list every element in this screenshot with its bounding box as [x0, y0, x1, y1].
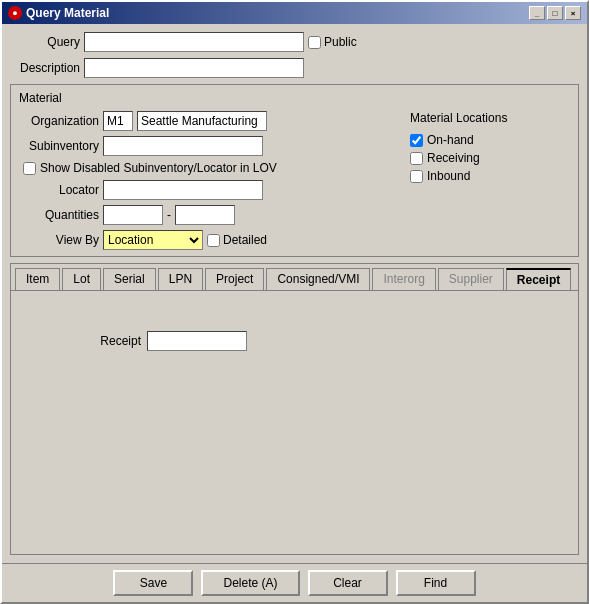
save-button[interactable]: Save: [113, 570, 193, 596]
material-left: Organization Subinventory Show Disabled …: [19, 111, 400, 250]
close-button[interactable]: ×: [565, 6, 581, 20]
detailed-label: Detailed: [223, 233, 267, 247]
receipt-row: Receipt: [91, 331, 247, 351]
quantities-row: Quantities -: [19, 205, 400, 225]
maximize-button[interactable]: □: [547, 6, 563, 20]
material-legend: Material: [19, 91, 570, 105]
locator-row: Locator: [19, 180, 400, 200]
onhand-label: On-hand: [427, 133, 474, 147]
tab-lot[interactable]: Lot: [62, 268, 101, 290]
query-label: Query: [10, 35, 80, 49]
tabs-row: Item Lot Serial LPN Project Consigned/VM…: [11, 264, 578, 290]
main-window: ● Query Material _ □ × Query Public Desc…: [0, 0, 589, 604]
tab-project[interactable]: Project: [205, 268, 264, 290]
detailed-checkbox-row: Detailed: [207, 233, 267, 247]
receiving-row: Receiving: [410, 151, 570, 165]
delete-button[interactable]: Delete (A): [201, 570, 299, 596]
org-code-input[interactable]: [103, 111, 133, 131]
description-row: Description: [10, 58, 579, 78]
public-checkbox[interactable]: [308, 36, 321, 49]
onhand-checkbox[interactable]: [410, 134, 423, 147]
viewby-label: View By: [19, 233, 99, 247]
tab-consigned-vmi[interactable]: Consigned/VMI: [266, 268, 370, 290]
tab-interorg: Interorg: [372, 268, 435, 290]
tab-receipt-content: Receipt: [11, 290, 578, 554]
description-input[interactable]: [84, 58, 304, 78]
title-controls: _ □ ×: [529, 6, 581, 20]
tab-lpn[interactable]: LPN: [158, 268, 203, 290]
show-disabled-label: Show Disabled Subinventory/Locator in LO…: [40, 161, 277, 175]
subinventory-input[interactable]: [103, 136, 263, 156]
title-bar-left: ● Query Material: [8, 6, 109, 20]
material-group: Material Organization Subinventory: [10, 84, 579, 257]
tab-serial[interactable]: Serial: [103, 268, 156, 290]
tab-item[interactable]: Item: [15, 268, 60, 290]
receiving-label: Receiving: [427, 151, 480, 165]
show-disabled-row: Show Disabled Subinventory/Locator in LO…: [23, 161, 400, 175]
subinventory-row: Subinventory: [19, 136, 400, 156]
org-label: Organization: [19, 114, 99, 128]
description-label: Description: [10, 61, 80, 75]
tab-receipt[interactable]: Receipt: [506, 268, 571, 290]
qty-from-input[interactable]: [103, 205, 163, 225]
org-name-input[interactable]: [137, 111, 267, 131]
show-disabled-checkbox[interactable]: [23, 162, 36, 175]
receiving-checkbox[interactable]: [410, 152, 423, 165]
query-row: Query Public: [10, 32, 579, 52]
tab-supplier: Supplier: [438, 268, 504, 290]
clear-button[interactable]: Clear: [308, 570, 388, 596]
viewby-row: View By Location Item Cost Group Detaile…: [19, 230, 400, 250]
tabs-area: Item Lot Serial LPN Project Consigned/VM…: [10, 263, 579, 555]
inbound-checkbox[interactable]: [410, 170, 423, 183]
footer: Save Delete (A) Clear Find: [2, 563, 587, 602]
qty-to-input[interactable]: [175, 205, 235, 225]
quantities-label: Quantities: [19, 208, 99, 222]
find-button[interactable]: Find: [396, 570, 476, 596]
organization-row: Organization: [19, 111, 400, 131]
material-locations: Material Locations On-hand Receiving Inb…: [410, 111, 570, 250]
receipt-input[interactable]: [147, 331, 247, 351]
window-title: Query Material: [26, 6, 109, 20]
app-icon: ●: [8, 6, 22, 20]
title-bar: ● Query Material _ □ ×: [2, 2, 587, 24]
minimize-button[interactable]: _: [529, 6, 545, 20]
onhand-row: On-hand: [410, 133, 570, 147]
inbound-label: Inbound: [427, 169, 470, 183]
qty-dash: -: [167, 208, 171, 222]
query-input[interactable]: [84, 32, 304, 52]
material-inner: Organization Subinventory Show Disabled …: [19, 111, 570, 250]
content-area: Query Public Description Material Organi…: [2, 24, 587, 563]
public-label: Public: [324, 35, 357, 49]
viewby-select[interactable]: Location Item Cost Group: [103, 230, 203, 250]
locator-label: Locator: [19, 183, 99, 197]
receipt-label: Receipt: [91, 334, 141, 348]
locator-input[interactable]: [103, 180, 263, 200]
inbound-row: Inbound: [410, 169, 570, 183]
ml-title: Material Locations: [410, 111, 570, 125]
public-checkbox-row: Public: [308, 35, 357, 49]
detailed-checkbox[interactable]: [207, 234, 220, 247]
subinv-label: Subinventory: [19, 139, 99, 153]
